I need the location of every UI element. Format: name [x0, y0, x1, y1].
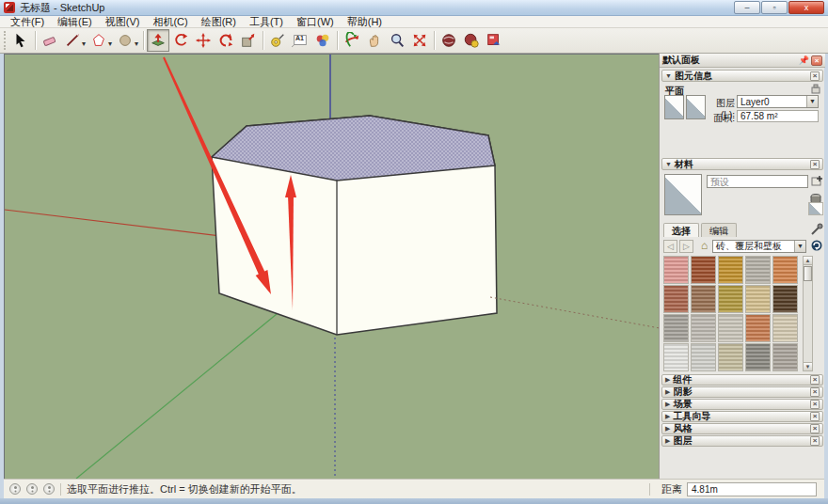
menu-tools[interactable]: 工具(T) [243, 16, 290, 28]
get-models-button[interactable] [438, 29, 460, 52]
material-swatch[interactable] [691, 314, 716, 342]
pin-icon[interactable]: 📌 [799, 55, 809, 65]
chevron-down-icon[interactable]: ▼ [806, 96, 818, 107]
move-tool-button[interactable] [192, 29, 215, 52]
maximize-button[interactable]: ▫ [761, 1, 788, 14]
material-swatch[interactable] [745, 256, 771, 284]
menu-view[interactable]: 视图(V) [99, 16, 147, 28]
section-close-button[interactable]: × [810, 436, 820, 446]
scroll-up-icon[interactable]: ▲ [804, 257, 812, 265]
menu-file[interactable]: 文件(F) [4, 16, 51, 28]
modeling-viewport[interactable] [4, 54, 659, 479]
toolbar-grip[interactable] [4, 31, 8, 50]
collection-combobox[interactable]: 砖、覆层和壁板 ▼ [712, 240, 806, 253]
front-face-swatch[interactable] [664, 95, 684, 119]
material-swatch[interactable] [663, 314, 689, 342]
material-preview-swatch[interactable] [664, 174, 702, 215]
home-icon-button[interactable]: ⌂ [697, 240, 711, 253]
material-swatch[interactable] [663, 256, 689, 284]
material-swatch[interactable] [718, 314, 743, 342]
material-swatch[interactable] [745, 314, 771, 342]
material-swatch[interactable] [718, 256, 743, 284]
material-swatch[interactable] [691, 256, 716, 284]
material-swatch[interactable] [663, 285, 689, 313]
close-button[interactable]: x [788, 1, 824, 14]
forward-arrow-button[interactable]: ▷ [679, 240, 693, 253]
credits-icon[interactable] [26, 483, 38, 495]
material-swatch[interactable] [718, 343, 743, 371]
tape-measure-tool-button[interactable] [266, 29, 289, 52]
menu-camera[interactable]: 相机(C) [146, 16, 194, 28]
panel-close-button[interactable]: × [811, 55, 822, 66]
section-close-button[interactable]: × [810, 387, 820, 397]
section-close-button[interactable]: × [810, 412, 820, 421]
tab-select[interactable]: 选择 [663, 223, 699, 237]
push-pull-tool-button[interactable] [147, 29, 169, 52]
extension-warehouse-button[interactable] [483, 29, 505, 52]
geolocation-icon[interactable] [9, 483, 21, 495]
sample-paint-eyedropper-icon[interactable] [810, 221, 823, 236]
material-swatch[interactable] [691, 343, 716, 371]
share-model-button[interactable] [460, 29, 483, 52]
menu-help[interactable]: 帮助(H) [341, 16, 389, 28]
menu-draw[interactable]: 绘图(R) [195, 16, 243, 28]
scale-icon [240, 32, 257, 49]
pan-tool-button[interactable] [363, 29, 386, 52]
arc-tool-button[interactable] [114, 29, 136, 52]
swatch-scrollbar[interactable]: ▲ ▼ [803, 256, 813, 371]
section-close-button[interactable]: × [810, 424, 820, 433]
paint-bucket-tool-button[interactable] [311, 29, 334, 52]
material-swatch[interactable] [772, 314, 798, 342]
scroll-down-icon[interactable]: ▼ [804, 362, 812, 370]
eraser-tool-button[interactable] [39, 29, 61, 52]
entity-info-header[interactable]: ▼ 图元信息 × [661, 70, 823, 82]
zoom-extents-tool-button[interactable] [408, 29, 431, 52]
rotate-tool-button[interactable] [215, 29, 237, 52]
material-swatch[interactable] [772, 256, 798, 284]
section-instructor[interactable]: ▶ 工具向导 × [661, 411, 823, 422]
panel-header[interactable]: 默认面板 📌 × [660, 54, 825, 68]
material-swatch[interactable] [745, 343, 771, 371]
sign-in-icon[interactable] [43, 483, 55, 495]
section-scenes[interactable]: ▶ 场景 × [661, 399, 823, 410]
create-material-icon[interactable] [811, 175, 823, 187]
section-close-button[interactable]: × [810, 375, 820, 385]
section-layers[interactable]: ▶ 图层 × [661, 435, 823, 447]
follow-me-tool-button[interactable] [169, 29, 192, 52]
material-swatch[interactable] [772, 285, 798, 313]
material-name-field[interactable]: 预设 [707, 175, 808, 188]
menu-window[interactable]: 窗口(W) [290, 16, 341, 28]
materials-header[interactable]: ▼ 材料 × [661, 158, 823, 170]
section-close-button[interactable]: × [810, 400, 820, 409]
section-shadows[interactable]: ▶ 阴影 × [661, 386, 823, 398]
materials-close-button[interactable]: × [810, 160, 820, 169]
zoom-tool-button[interactable] [386, 29, 408, 52]
scale-tool-button[interactable] [237, 29, 260, 52]
material-swatch[interactable] [772, 343, 798, 371]
chevron-down-icon[interactable]: ▼ [794, 241, 805, 252]
orbit-tool-button[interactable] [341, 29, 363, 52]
minimize-button[interactable]: – [734, 1, 760, 14]
material-swatch[interactable] [663, 343, 689, 371]
shape-tool-button[interactable] [88, 29, 110, 52]
line-tool-button[interactable] [61, 29, 84, 52]
material-swatch[interactable] [718, 285, 743, 313]
in-model-icon[interactable] [810, 239, 823, 252]
back-face-swatch[interactable] [686, 95, 706, 119]
section-components[interactable]: ▶ 组件 × [661, 374, 823, 386]
entity-info-close-button[interactable]: × [810, 71, 820, 81]
select-tool-button[interactable] [9, 29, 32, 52]
scrollbar-thumb[interactable] [804, 266, 812, 281]
back-arrow-button[interactable]: ◁ [663, 240, 677, 253]
entity-details-icon[interactable] [810, 84, 821, 95]
section-styles[interactable]: ▶ 风格 × [661, 423, 823, 434]
tab-edit[interactable]: 编辑 [701, 223, 737, 237]
menu-edit[interactable]: 编辑(E) [51, 16, 99, 28]
material-swatch[interactable] [745, 285, 771, 313]
title-bar[interactable]: 无标题 - SketchUp – ▫ x [0, 0, 828, 16]
measurement-input[interactable]: 4.81m [687, 482, 817, 496]
text-tool-button[interactable]: A1 [289, 29, 311, 52]
layer-combobox[interactable]: Layer0 ▼ [737, 95, 819, 108]
window-frame-right [824, 54, 828, 498]
material-swatch[interactable] [691, 285, 716, 313]
